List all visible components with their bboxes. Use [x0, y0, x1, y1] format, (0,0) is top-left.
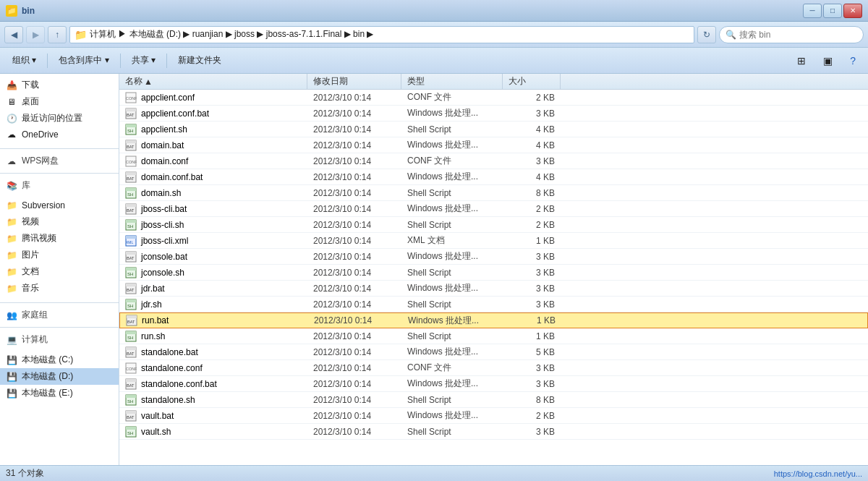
file-name-cell: SH jdr.sh — [119, 297, 307, 312]
include-library-button[interactable]: 包含到库中 ▾ — [51, 51, 116, 71]
sh-icon: SH — [125, 299, 137, 310]
file-date-cell: 2012/3/10 0:14 — [307, 203, 401, 216]
help-button[interactable]: ? — [842, 51, 864, 71]
file-date-cell: 2012/3/10 0:14 — [307, 91, 401, 104]
toolbar-separator-3 — [166, 54, 167, 68]
file-name-cell: BAT standalone.conf.bat — [119, 377, 307, 391]
sh-icon: SH — [125, 426, 137, 438]
wps-icon: ☁ — [6, 156, 17, 167]
file-size-cell: 3 KB — [503, 282, 561, 295]
sidebar-item-documents[interactable]: 📁 文档 — [0, 263, 119, 280]
new-folder-button[interactable]: 新建文件夹 — [170, 51, 229, 71]
tencent-video-icon: 📁 — [6, 233, 17, 244]
file-name-cell: SH domain.sh — [119, 186, 307, 200]
col-header-name[interactable]: 名称 ▲ — [119, 74, 307, 89]
table-row[interactable]: SH jboss-cli.sh 2012/3/10 0:14 Shell Scr… — [119, 217, 868, 233]
table-row[interactable]: BAT jdr.bat 2012/3/10 0:14 Windows 批处理..… — [119, 281, 868, 297]
svg-text:SH: SH — [127, 399, 133, 404]
col-header-size[interactable]: 大小 — [503, 74, 561, 89]
sidebar-item-download[interactable]: 📥 下载 — [0, 77, 119, 93]
table-row[interactable]: BAT jconsole.bat 2012/3/10 0:14 Windows … — [119, 249, 868, 265]
file-type-cell: CONF 文件 — [401, 153, 503, 169]
bat-icon: BAT — [125, 251, 137, 263]
svg-rect-23 — [126, 220, 136, 223]
file-date-cell: 2012/3/10 0:14 — [307, 234, 401, 247]
table-row[interactable]: BAT run.bat 2012/3/10 0:14 Windows 批处理..… — [119, 312, 868, 328]
table-row[interactable]: CONF appclient.conf 2012/3/10 0:14 CONF … — [119, 90, 868, 106]
bat-icon: BAT — [125, 378, 137, 390]
sidebar-item-subversion[interactable]: 📁 Subversion — [0, 197, 119, 213]
col-header-type[interactable]: 类型 — [401, 74, 503, 89]
refresh-button[interactable]: ↻ — [697, 26, 716, 43]
sidebar-item-drive-c[interactable]: 💾 本地磁盘 (C:) — [0, 352, 119, 368]
sidebar-item-recent[interactable]: 🕐 最近访问的位置 — [0, 110, 119, 127]
table-row[interactable]: BAT standalone.conf.bat 2012/3/10 0:14 W… — [119, 376, 868, 392]
table-row[interactable]: SH appclient.sh 2012/3/10 0:14 Shell Scr… — [119, 122, 868, 137]
svg-rect-9 — [126, 140, 136, 143]
file-type-cell: Shell Script — [401, 330, 503, 343]
view-toggle-button[interactable]: ⊞ — [789, 51, 814, 71]
sidebar-item-drive-e[interactable]: 💾 本地磁盘 (E:) — [0, 385, 119, 401]
sidebar-item-music[interactable]: 📁 音乐 — [0, 280, 119, 297]
xml-icon: XML — [125, 235, 137, 247]
table-row[interactable]: SH jdr.sh 2012/3/10 0:14 Shell Script 3 … — [119, 297, 868, 312]
table-row[interactable]: BAT domain.conf.bat 2012/3/10 0:14 Windo… — [119, 169, 868, 185]
search-box[interactable]: 🔍 — [719, 26, 864, 43]
table-row[interactable]: BAT appclient.conf.bat 2012/3/10 0:14 Wi… — [119, 106, 868, 122]
sidebar-item-pictures[interactable]: 📁 图片 — [0, 247, 119, 263]
file-name-label: appclient.conf.bat — [141, 108, 209, 119]
file-date-cell: 2012/3/10 0:14 — [307, 155, 401, 168]
svg-text:BAT: BAT — [127, 288, 135, 292]
organize-button[interactable]: 组织 ▾ — [4, 51, 44, 71]
table-row[interactable]: CONF standalone.conf 2012/3/10 0:14 CONF… — [119, 360, 868, 376]
sidebar-item-desktop[interactable]: 🖥 桌面 — [0, 93, 119, 110]
table-row[interactable]: BAT vault.bat 2012/3/10 0:14 Windows 批处理… — [119, 408, 868, 424]
file-type-cell: Windows 批处理... — [401, 106, 503, 121]
table-row[interactable]: SH standalone.sh 2012/3/10 0:14 Shell Sc… — [119, 392, 868, 408]
maximize-button[interactable]: □ — [823, 4, 842, 18]
sidebar-item-drive-d[interactable]: 💾 本地磁盘 (D:) — [0, 368, 119, 385]
file-area: 名称 ▲ 修改日期 类型 大小 CONF appclient.conf 2012… — [119, 74, 868, 465]
svg-text:SH: SH — [127, 304, 133, 308]
forward-button[interactable]: ▶ — [26, 26, 45, 43]
window-title: bin — [22, 6, 35, 16]
computer-icon: 💻 — [6, 334, 17, 346]
table-row[interactable]: SH vault.sh 2012/3/10 0:14 Shell Script … — [119, 424, 868, 440]
col-header-date[interactable]: 修改日期 — [307, 74, 401, 89]
sidebar-item-onedrive[interactable]: ☁ OneDrive — [0, 127, 119, 142]
bat-icon: BAT — [125, 410, 137, 422]
file-date-cell: 2012/3/10 0:14 — [307, 282, 401, 295]
table-row[interactable]: BAT standalone.bat 2012/3/10 0:14 Window… — [119, 344, 868, 360]
bat-icon: BAT — [125, 283, 137, 294]
file-name-label: jdr.sh — [141, 299, 162, 310]
up-button[interactable]: ↑ — [48, 26, 67, 43]
sidebar-item-tencent-video[interactable]: 📁 腾讯视频 — [0, 230, 119, 247]
table-row[interactable]: SH jconsole.sh 2012/3/10 0:14 Shell Scri… — [119, 265, 868, 281]
table-row[interactable]: CONF domain.conf 2012/3/10 0:14 CONF 文件 … — [119, 153, 868, 169]
back-button[interactable]: ◀ — [4, 26, 23, 43]
sidebar-item-label: 最近访问的位置 — [22, 112, 82, 124]
search-input[interactable] — [739, 30, 857, 40]
table-row[interactable]: BAT jboss-cli.bat 2012/3/10 0:14 Windows… — [119, 201, 868, 217]
sidebar-item-video[interactable]: 📁 视频 — [0, 213, 119, 230]
file-date-cell: 2012/3/10 0:14 — [307, 298, 401, 311]
svg-text:SH: SH — [127, 129, 133, 133]
preview-toggle-button[interactable]: ▣ — [815, 51, 841, 71]
share-button[interactable]: 共享 ▾ — [124, 51, 163, 71]
close-button[interactable]: ✕ — [843, 4, 862, 18]
file-name-cell: SH run.sh — [119, 329, 307, 344]
table-row[interactable]: SH domain.sh 2012/3/10 0:14 Shell Script… — [119, 185, 868, 201]
file-type-cell: Windows 批处理... — [402, 313, 503, 328]
table-row[interactable]: BAT domain.bat 2012/3/10 0:14 Windows 批处… — [119, 137, 868, 153]
svg-text:BAT: BAT — [127, 256, 135, 260]
svg-rect-3 — [126, 108, 136, 111]
minimize-button[interactable]: ─ — [803, 4, 822, 18]
file-type-cell: XML 文档 — [401, 233, 503, 248]
table-row[interactable]: XML jboss-cli.xml 2012/3/10 0:14 XML 文档 … — [119, 233, 868, 249]
svg-text:SH: SH — [127, 336, 133, 340]
svg-rect-20 — [126, 204, 136, 207]
address-path: 计算机 ▶ 本地磁盘 (D:) ▶ ruanjian ▶ jboss ▶ jbo… — [90, 28, 689, 41]
svg-text:BAT: BAT — [127, 352, 135, 356]
address-bar-input[interactable]: 📁 计算机 ▶ 本地磁盘 (D:) ▶ ruanjian ▶ jboss ▶ j… — [69, 26, 694, 43]
table-row[interactable]: SH run.sh 2012/3/10 0:14 Shell Script 1 … — [119, 328, 868, 344]
